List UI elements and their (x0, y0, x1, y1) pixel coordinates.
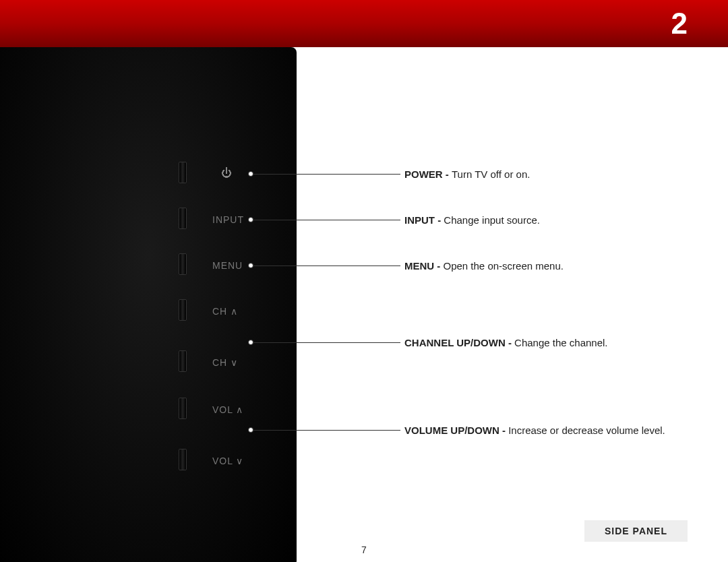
callout-dot (248, 340, 253, 345)
channel-down-button-slot (179, 350, 187, 372)
volume-down-button-label: VOL ∨ (212, 456, 243, 466)
page-content: ⏻ INPUT MENU CH ∧ CH ∨ VOL ∧ VOL ∨ POWER… (0, 47, 728, 562)
channel-callout: CHANNEL UP/DOWN - Change the channel. (404, 337, 608, 348)
section-label: SIDE PANEL (584, 520, 688, 542)
tv-side-panel: ⏻ INPUT MENU CH ∧ CH ∨ VOL ∧ VOL ∨ (0, 47, 297, 562)
input-button-label: INPUT (212, 214, 244, 225)
callout-dot (248, 171, 253, 177)
channel-callout-desc: Change the channel. (514, 337, 607, 348)
menu-callout-desc: Open the on-screen menu. (444, 260, 564, 272)
power-icon: ⏻ (221, 167, 232, 179)
menu-button-label: MENU (212, 260, 243, 271)
channel-up-button-label: CH ∧ (212, 306, 238, 317)
callout-dot (248, 217, 253, 222)
volume-down-button-slot (179, 449, 187, 470)
menu-callout-label: MENU - (404, 260, 444, 272)
callout-line (253, 430, 400, 431)
callout-line (253, 266, 400, 266)
input-button-slot (179, 208, 187, 229)
volume-callout: VOLUME UP/DOWN - Increase or decrease vo… (404, 425, 665, 436)
callout-dot (248, 263, 253, 268)
power-callout-label: POWER - (404, 168, 452, 180)
volume-up-button-label: VOL ∧ (212, 404, 243, 415)
callout-line (253, 342, 400, 343)
power-button-slot (179, 162, 187, 183)
power-callout-desc: Turn TV off or on. (452, 168, 530, 180)
channel-callout-label: CHANNEL UP/DOWN - (404, 337, 514, 348)
menu-button-slot (179, 253, 187, 275)
power-callout: POWER - Turn TV off or on. (404, 168, 530, 180)
volume-callout-label: VOLUME UP/DOWN - (404, 425, 508, 436)
input-callout-label: INPUT - (404, 214, 444, 226)
channel-down-button-label: CH ∨ (212, 357, 238, 368)
chapter-number: 2 (671, 7, 688, 40)
chapter-header: 2 (0, 0, 728, 47)
menu-callout: MENU - Open the on-screen menu. (404, 260, 564, 272)
input-callout-desc: Change input source. (444, 214, 540, 226)
page-number: 7 (361, 544, 367, 555)
callout-line (253, 220, 400, 220)
callout-dot (248, 427, 253, 433)
volume-up-button-slot (179, 398, 187, 419)
input-callout: INPUT - Change input source. (404, 214, 540, 226)
volume-callout-desc: Increase or decrease volume level. (508, 425, 665, 436)
callout-line (253, 174, 400, 175)
channel-up-button-slot (179, 299, 187, 321)
